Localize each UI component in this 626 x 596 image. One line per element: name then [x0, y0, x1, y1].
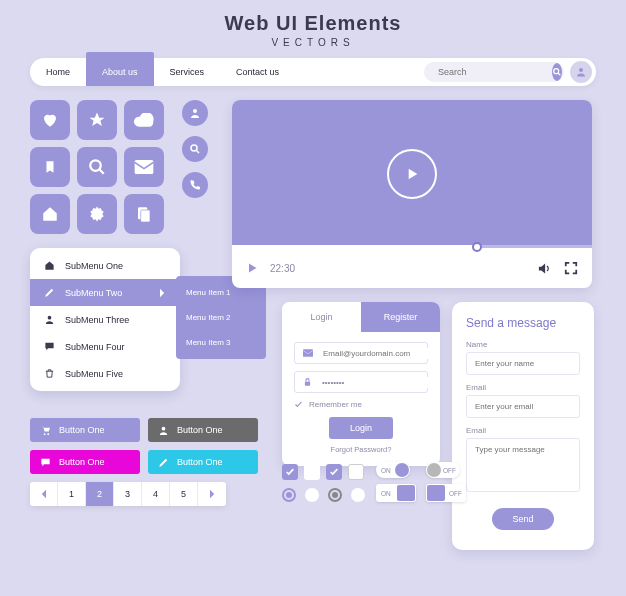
- toggle-square-on[interactable]: ON: [376, 484, 416, 502]
- nav-about[interactable]: About us: [86, 52, 154, 86]
- cloud-icon[interactable]: [124, 100, 164, 140]
- submenu-item-four[interactable]: SubMenu Four: [30, 333, 180, 360]
- star-icon[interactable]: [77, 100, 117, 140]
- search-input[interactable]: [436, 66, 552, 78]
- button-one-purple[interactable]: Button One: [30, 418, 140, 442]
- email-field[interactable]: [294, 342, 428, 364]
- toggle-pill-on[interactable]: ON: [376, 462, 410, 478]
- chat-icon: [44, 341, 55, 352]
- volume-icon[interactable]: [537, 261, 552, 276]
- toggle-grid: ON OFF ON OFF: [376, 462, 466, 502]
- flyout-item[interactable]: Menu Item 3: [176, 330, 266, 355]
- tab-register[interactable]: Register: [361, 302, 440, 332]
- svg-point-2: [90, 160, 101, 171]
- mail-icon: [303, 349, 313, 357]
- button-one-magenta[interactable]: Button One: [30, 450, 140, 474]
- document-icon[interactable]: [124, 194, 164, 234]
- radio-unselected[interactable]: [305, 488, 319, 502]
- heart-icon[interactable]: [30, 100, 70, 140]
- svg-rect-3: [135, 160, 154, 174]
- remember-me[interactable]: Remember me: [294, 400, 428, 409]
- checkbox-outlined[interactable]: [348, 464, 364, 480]
- gear-icon[interactable]: [77, 194, 117, 234]
- password-field[interactable]: [294, 371, 428, 393]
- svg-point-9: [48, 316, 52, 320]
- nav-contact[interactable]: Contact us: [220, 58, 295, 86]
- button-one-gray[interactable]: Button One: [148, 418, 258, 442]
- progress-thumb[interactable]: [472, 242, 482, 252]
- search-button[interactable]: [552, 63, 562, 81]
- page-title: Web UI Elements: [0, 12, 626, 35]
- radio-gray[interactable]: [328, 488, 342, 502]
- radio-unselected[interactable]: [351, 488, 365, 502]
- name-input[interactable]: [466, 352, 580, 375]
- page-5[interactable]: 5: [170, 482, 198, 506]
- submenu-item-two[interactable]: SubMenu Two: [30, 279, 180, 306]
- svg-rect-6: [141, 210, 150, 222]
- nav-services[interactable]: Services: [154, 58, 221, 86]
- search-icon[interactable]: [182, 136, 208, 162]
- submenu-item-one[interactable]: SubMenu One: [30, 252, 180, 279]
- radio-row: [282, 488, 365, 502]
- email-input[interactable]: [321, 348, 430, 359]
- progress-track[interactable]: [232, 245, 592, 248]
- checkbox-row: [282, 464, 364, 480]
- password-input[interactable]: [320, 377, 429, 388]
- play-button[interactable]: [387, 149, 437, 199]
- field-label: Name: [466, 340, 580, 349]
- forgot-password-link[interactable]: Forgot Password?: [294, 445, 428, 454]
- tab-login[interactable]: Login: [282, 302, 361, 332]
- nav-home[interactable]: Home: [30, 58, 86, 86]
- submenu-flyout: Menu Item 1 Menu Item 2 Menu Item 3: [176, 276, 266, 359]
- pencil-icon: [44, 287, 55, 298]
- page-2[interactable]: 2: [86, 482, 114, 506]
- login-button[interactable]: Login: [329, 417, 393, 439]
- main-nav: Home About us Services Contact us: [30, 58, 596, 86]
- svg-point-0: [554, 69, 559, 74]
- search-box[interactable]: [424, 62, 564, 82]
- send-button[interactable]: Send: [492, 508, 554, 530]
- submenu-panel: SubMenu One SubMenu Two SubMenu Three Su…: [30, 248, 180, 391]
- page-3[interactable]: 3: [114, 482, 142, 506]
- home-icon: [44, 260, 55, 271]
- phone-icon[interactable]: [182, 172, 208, 198]
- video-time: 22:30: [270, 263, 295, 274]
- message-input[interactable]: [466, 438, 580, 492]
- user-avatar[interactable]: [570, 61, 592, 83]
- search-icon[interactable]: [77, 147, 117, 187]
- video-player: 22:30: [232, 100, 592, 288]
- chat-icon: [40, 457, 51, 468]
- submenu-item-three[interactable]: SubMenu Three: [30, 306, 180, 333]
- user-icon: [44, 314, 55, 325]
- lock-icon: [303, 377, 312, 387]
- button-one-teal[interactable]: Button One: [148, 450, 258, 474]
- page-prev[interactable]: [30, 482, 58, 506]
- field-label: Email: [466, 426, 580, 435]
- checkbox-checked-purple[interactable]: [282, 464, 298, 480]
- video-controls: 22:30: [232, 248, 592, 288]
- submenu-item-five[interactable]: SubMenu Five: [30, 360, 180, 387]
- home-icon[interactable]: [30, 194, 70, 234]
- flyout-item[interactable]: Menu Item 2: [176, 305, 266, 330]
- radio-selected[interactable]: [282, 488, 296, 502]
- bookmark-icon[interactable]: [30, 147, 70, 187]
- page-subtitle: VECTORS: [0, 37, 626, 48]
- page-heading: Web UI Elements VECTORS: [0, 12, 626, 48]
- toggle-pill-off[interactable]: OFF: [426, 462, 460, 478]
- page-1[interactable]: 1: [58, 482, 86, 506]
- contact-card: Send a message Name Email Email Send: [452, 302, 594, 550]
- page-4[interactable]: 4: [142, 482, 170, 506]
- email-input[interactable]: [466, 395, 580, 418]
- checkbox-checked-purple[interactable]: [326, 464, 342, 480]
- icon-tile-grid: [30, 100, 164, 234]
- video-screen[interactable]: [232, 100, 592, 248]
- page-next[interactable]: [198, 482, 226, 506]
- user-icon[interactable]: [182, 100, 208, 126]
- trash-icon: [44, 368, 55, 379]
- checkbox-unchecked[interactable]: [304, 464, 320, 480]
- svg-point-8: [191, 145, 197, 151]
- toggle-square-off[interactable]: OFF: [426, 484, 466, 502]
- mail-icon[interactable]: [124, 147, 164, 187]
- play-small-icon[interactable]: [246, 262, 258, 274]
- fullscreen-icon[interactable]: [564, 261, 578, 275]
